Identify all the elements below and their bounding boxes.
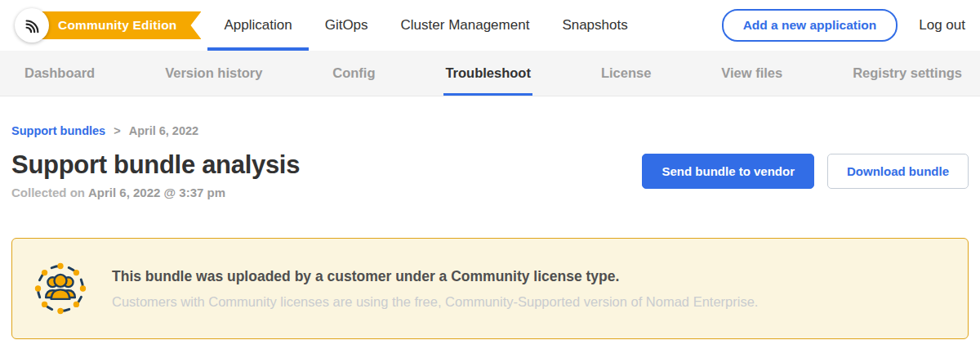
tab-version-history[interactable]: Version history — [165, 51, 262, 96]
tab-view-files[interactable]: View files — [721, 51, 782, 96]
tab-license[interactable]: License — [601, 51, 651, 96]
title-row: Support bundle analysis Collected onApri… — [11, 150, 969, 199]
tab-troubleshoot[interactable]: Troubleshoot — [445, 51, 531, 96]
app-subnav: Dashboard Version history Config Trouble… — [0, 51, 980, 96]
nav-gitops[interactable]: GitOps — [309, 0, 385, 51]
tab-config[interactable]: Config — [332, 51, 375, 96]
community-edition-badge: Community Edition — [32, 11, 201, 39]
bundle-actions: Send bundle to vendor Download bundle — [642, 150, 969, 189]
community-group-icon — [33, 262, 87, 315]
logout-link[interactable]: Log out — [919, 17, 969, 34]
collected-date: April 6, 2022 @ 3:37 pm — [88, 186, 225, 199]
breadcrumb-current: April 6, 2022 — [129, 124, 198, 137]
main-content: Support bundles > April 6, 2022 Support … — [0, 124, 980, 339]
collected-timestamp: Collected onApril 6, 2022 @ 3:37 pm — [11, 186, 300, 199]
alert-body: Customers with Community licenses are us… — [112, 294, 758, 310]
breadcrumb: Support bundles > April 6, 2022 — [11, 124, 969, 137]
title-block: Support bundle analysis Collected onApri… — [11, 150, 300, 199]
brand: Community Edition — [15, 0, 201, 51]
breadcrumb-support-bundles-link[interactable]: Support bundles — [11, 124, 105, 137]
send-bundle-to-vendor-button[interactable]: Send bundle to vendor — [642, 154, 814, 189]
community-edition-label: Community Edition — [58, 18, 176, 33]
page-title: Support bundle analysis — [11, 150, 300, 180]
nav-cluster-management[interactable]: Cluster Management — [385, 0, 546, 51]
alert-texts: This bundle was uploaded by a customer u… — [112, 268, 758, 310]
replicated-logo-icon[interactable] — [15, 8, 49, 43]
replicated-logo-glyph — [23, 16, 41, 34]
breadcrumb-separator: > — [114, 124, 120, 137]
alert-heading: This bundle was uploaded by a customer u… — [112, 268, 758, 285]
top-navbar: Community Edition Application GitOps Clu… — [0, 0, 980, 51]
collected-prefix: Collected on — [11, 186, 85, 199]
add-new-application-button[interactable]: Add a new application — [722, 9, 898, 42]
nav-application[interactable]: Application — [207, 0, 308, 51]
tab-registry-settings[interactable]: Registry settings — [853, 51, 962, 96]
community-license-alert: This bundle was uploaded by a customer u… — [11, 238, 969, 339]
tab-dashboard[interactable]: Dashboard — [24, 51, 95, 96]
nav-snapshots[interactable]: Snapshots — [546, 0, 644, 51]
primary-nav: Application GitOps Cluster Management Sn… — [207, 0, 644, 51]
top-actions: Add a new application Log out — [722, 9, 969, 42]
download-bundle-button[interactable]: Download bundle — [827, 154, 969, 189]
